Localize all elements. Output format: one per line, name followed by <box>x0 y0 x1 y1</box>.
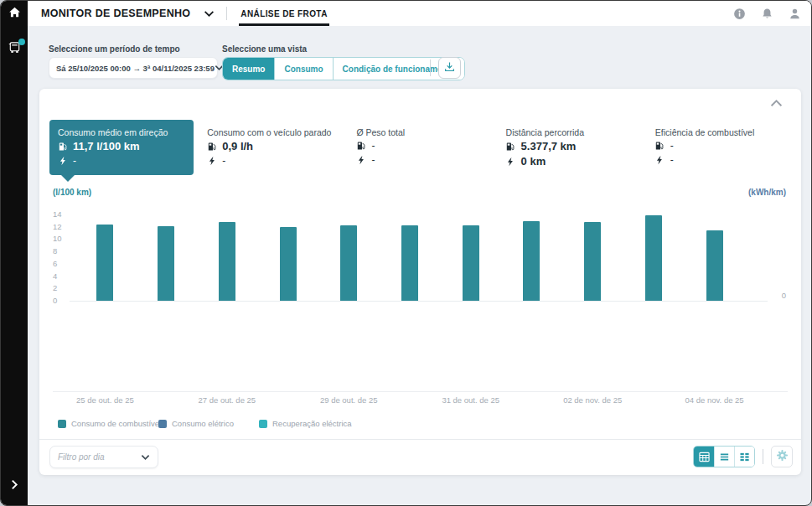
fuel-pump-icon <box>506 142 516 152</box>
lightning-icon <box>506 157 516 167</box>
fuel-pump-icon <box>58 142 68 152</box>
legend-label: Recuperação eléctrica <box>272 419 352 428</box>
lightning-icon <box>207 156 217 166</box>
bar-03-de-nov-de-25 <box>645 215 662 301</box>
bar-02-de-nov-de-25 <box>584 222 601 301</box>
view-tab-consumo[interactable]: Consumo <box>274 58 332 80</box>
chart-legend: Consumo de combustívelConsumo elétricoRe… <box>58 419 359 428</box>
legend-label: Consumo de combustível <box>71 419 161 428</box>
kpi-value-line: 5.377,7 km <box>506 140 634 152</box>
plot-area: 25 de out. de 2527 de out. de 2529 de ou… <box>39 206 801 411</box>
kpi-value-line: 0 km <box>506 155 634 168</box>
view-tab-resumo[interactable]: Resumo <box>223 58 274 80</box>
table-view-button[interactable] <box>694 447 714 467</box>
kpi-title: Distância percorrida <box>506 127 634 137</box>
sidebar <box>1 1 28 505</box>
kpi-value-line: - <box>655 154 783 166</box>
bar-30-de-out-de-25 <box>401 225 418 301</box>
y-axis-tick: 2 <box>53 283 57 292</box>
legend-item-recuperac-a-o-ele-ctrica[interactable]: Recuperação eléctrica <box>259 419 359 428</box>
legend-item-consumo-ele-trico[interactable]: Consumo elétrico <box>158 419 259 428</box>
home-button[interactable] <box>1 1 28 26</box>
kpi-card-eficie-ncia-de-combusti-vel[interactable]: Eficiência de combustível-- <box>647 120 791 175</box>
card-view-button[interactable] <box>734 447 754 467</box>
kpi-value-line: - <box>58 155 185 167</box>
page-title[interactable]: MONITOR DE DESEMPENHO <box>41 8 190 19</box>
kpi-title: Ø Peso total <box>356 127 484 137</box>
chevron-up-icon[interactable] <box>770 99 783 107</box>
gear-icon <box>776 449 789 464</box>
x-axis-labels: 25 de out. de 2527 de out. de 2529 de ou… <box>75 395 745 407</box>
bar-26-de-out-de-25 <box>158 226 174 301</box>
kpi-value: - <box>222 155 225 167</box>
x-axis-label: 29 de out. de 25 <box>298 395 399 405</box>
lightning-icon <box>356 155 366 165</box>
settings-button[interactable] <box>771 446 793 467</box>
legend-item-consumo-de-combusti-vel[interactable]: Consumo de combustível <box>58 419 158 428</box>
x-axis-label: 25 de out. de 25 <box>54 395 155 405</box>
chevron-down-icon[interactable] <box>204 10 215 18</box>
info-icon[interactable] <box>733 8 746 20</box>
panel-footer: Filtro por dia <box>39 439 801 475</box>
chevron-right-icon <box>11 478 18 493</box>
x-axis-label: 02 de nov. de 25 <box>542 395 643 405</box>
y-axis-tick: 4 <box>53 271 57 281</box>
bell-icon[interactable] <box>761 8 773 20</box>
kpi-value-line: - <box>356 154 484 166</box>
kpi-value: - <box>670 140 674 152</box>
header-bar: MONITOR DE DESEMPENHO ANÁLISE DE FROTA <box>28 1 812 26</box>
user-icon[interactable] <box>789 8 801 20</box>
kpi-card-dista-ncia-percorrida[interactable]: Distância percorrida5.377,7 km0 km <box>498 120 642 175</box>
fuel-pump-icon <box>655 141 665 151</box>
y-axis-tick: 14 <box>53 209 62 219</box>
card-view-icon <box>739 452 750 462</box>
left-axis-unit: (l/100 km) <box>53 188 91 197</box>
legend-swatch <box>158 420 167 428</box>
kpi-card-peso-total[interactable]: Ø Peso total-- <box>348 120 492 175</box>
bottom-axis-line <box>53 391 788 392</box>
tab-fleet-analysis[interactable]: ANÁLISE DE FROTA <box>239 1 328 26</box>
y-axis-tick: 6 <box>53 259 57 268</box>
kpi-value: 0 km <box>521 155 546 168</box>
sidebar-expand-button[interactable] <box>1 473 28 498</box>
kpi-value-line: 11,7 l/100 km <box>58 140 185 152</box>
kpi-value: 5.377,7 km <box>521 140 577 152</box>
bar-25-de-out-de-25 <box>96 225 113 301</box>
bar-27-de-out-de-25 <box>219 222 235 301</box>
bar-29-de-out-de-25 <box>340 225 357 301</box>
lightning-icon <box>655 155 665 165</box>
kpi-card-consumo-me-dio-em-direc-a-o[interactable]: Consumo médio em direção11,7 l/100 km- <box>49 120 194 175</box>
table-view-icon <box>699 452 710 462</box>
x-axis-label: 27 de out. de 25 <box>177 395 277 405</box>
chevron-down-icon <box>141 454 150 461</box>
kpi-title: Eficiência de combustível <box>655 127 783 137</box>
kpi-card-consumo-com-o-vei-culo-parado[interactable]: Consumo com o veículo parado0,9 l/h- <box>199 120 343 175</box>
kpi-row: Consumo médio em direção11,7 l/100 km-Co… <box>49 120 791 175</box>
kpi-title: Consumo médio em direção <box>58 127 185 137</box>
day-filter-select[interactable]: Filtro por dia <box>49 446 158 468</box>
y-axis-tick: 10 <box>53 234 62 243</box>
summary-panel: Consumo médio em direção11,7 l/100 km-Co… <box>39 89 801 475</box>
bar-28-de-out-de-25 <box>280 227 297 301</box>
legend-swatch <box>259 420 267 428</box>
zero-axis-line <box>70 301 768 302</box>
bar-31-de-out-de-25 <box>463 225 479 301</box>
consumption-chart: (l/100 km) (kWh/km) 25 de out. de 2527 d… <box>39 183 801 434</box>
view-segmented-control: ResumoConsumoCondição de funcionamento <box>222 57 465 80</box>
footer-divider <box>763 449 763 464</box>
kpi-value: - <box>371 154 375 166</box>
kpi-value: 0,9 l/h <box>222 140 253 152</box>
kpi-value-line: - <box>356 140 484 152</box>
kpi-value-line: - <box>207 155 334 167</box>
lightning-icon <box>58 156 68 166</box>
view-toggle-group <box>693 446 755 467</box>
list-view-button[interactable] <box>714 447 734 467</box>
y-axis-tick: 8 <box>53 246 57 256</box>
download-button[interactable] <box>438 57 461 79</box>
legend-label: Consumo elétrico <box>172 419 234 428</box>
bar-01-de-nov-de-25 <box>523 221 540 301</box>
period-select[interactable]: Sá 25/10/2025 00:00 → 3ª 04/11/2025 23:5… <box>49 57 218 79</box>
fleet-monitor-button[interactable] <box>1 36 28 61</box>
filters-toolbar: Seleccione um período de tempo Sá 25/10/… <box>28 26 811 89</box>
header-divider <box>226 7 227 20</box>
